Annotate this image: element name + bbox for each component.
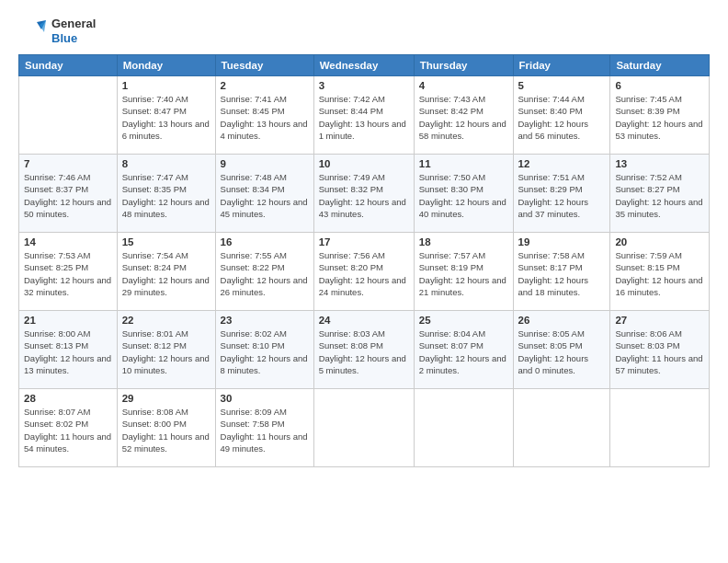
calendar-cell: 12 Sunrise: 7:51 AMSunset: 8:29 PMDaylig…	[513, 155, 610, 233]
day-number: 23	[221, 315, 309, 326]
day-info: Sunrise: 7:53 AMSunset: 8:25 PMDaylight:…	[24, 249, 112, 298]
calendar-cell: 11 Sunrise: 7:50 AMSunset: 8:30 PMDaylig…	[414, 155, 513, 233]
day-info: Sunrise: 7:50 AMSunset: 8:30 PMDaylight:…	[419, 171, 508, 220]
calendar-cell: 3 Sunrise: 7:42 AMSunset: 8:44 PMDayligh…	[313, 76, 414, 155]
calendar-cell: 2 Sunrise: 7:41 AMSunset: 8:45 PMDayligh…	[215, 76, 313, 155]
day-info: Sunrise: 7:59 AMSunset: 8:15 PMDaylight:…	[615, 249, 704, 298]
logo-line1: General	[51, 17, 96, 31]
day-info: Sunrise: 8:04 AMSunset: 8:07 PMDaylight:…	[419, 327, 508, 376]
calendar-cell: 10 Sunrise: 7:49 AMSunset: 8:32 PMDaylig…	[313, 155, 414, 233]
day-info: Sunrise: 7:45 AMSunset: 8:39 PMDaylight:…	[615, 93, 704, 142]
day-info: Sunrise: 8:00 AMSunset: 8:13 PMDaylight:…	[24, 327, 112, 376]
calendar-cell	[313, 389, 414, 467]
calendar-cell: 20 Sunrise: 7:59 AMSunset: 8:15 PMDaylig…	[610, 233, 710, 311]
weekday-header-row: Sunday Monday Tuesday Wednesday Thursday…	[19, 55, 710, 76]
day-info: Sunrise: 7:46 AMSunset: 8:37 PMDaylight:…	[24, 171, 112, 220]
header: General Blue	[18, 17, 710, 45]
calendar-table: Sunday Monday Tuesday Wednesday Thursday…	[18, 54, 710, 467]
day-info: Sunrise: 7:41 AMSunset: 8:45 PMDaylight:…	[221, 93, 309, 142]
day-number: 3	[319, 80, 409, 91]
header-friday: Friday	[513, 55, 610, 76]
day-info: Sunrise: 7:43 AMSunset: 8:42 PMDaylight:…	[419, 93, 508, 142]
day-number: 7	[24, 158, 112, 169]
header-monday: Monday	[117, 55, 215, 76]
day-number: 10	[319, 158, 409, 169]
calendar-cell: 18 Sunrise: 7:57 AMSunset: 8:19 PMDaylig…	[414, 233, 513, 311]
day-info: Sunrise: 7:40 AMSunset: 8:47 PMDaylight:…	[122, 93, 210, 142]
day-number: 19	[518, 236, 606, 247]
day-info: Sunrise: 8:06 AMSunset: 8:03 PMDaylight:…	[615, 327, 704, 376]
day-number: 11	[419, 158, 508, 169]
calendar-cell: 19 Sunrise: 7:58 AMSunset: 8:17 PMDaylig…	[513, 233, 610, 311]
day-number: 22	[122, 315, 210, 326]
calendar-cell: 21 Sunrise: 8:00 AMSunset: 8:13 PMDaylig…	[19, 311, 118, 389]
calendar-week-row: 21 Sunrise: 8:00 AMSunset: 8:13 PMDaylig…	[19, 311, 710, 389]
day-number: 13	[615, 158, 704, 169]
day-number: 8	[122, 158, 210, 169]
day-number: 5	[518, 80, 606, 91]
calendar-page: General Blue Sunday Monday Tuesday Wedne…	[0, 0, 728, 563]
day-info: Sunrise: 7:47 AMSunset: 8:35 PMDaylight:…	[122, 171, 210, 220]
header-saturday: Saturday	[610, 55, 710, 76]
calendar-cell: 6 Sunrise: 7:45 AMSunset: 8:39 PMDayligh…	[610, 76, 710, 155]
calendar-cell	[513, 389, 610, 467]
day-info: Sunrise: 7:48 AMSunset: 8:34 PMDaylight:…	[221, 171, 309, 220]
calendar-cell: 13 Sunrise: 7:52 AMSunset: 8:27 PMDaylig…	[610, 155, 710, 233]
calendar-week-row: 7 Sunrise: 7:46 AMSunset: 8:37 PMDayligh…	[19, 155, 710, 233]
day-number: 16	[221, 236, 309, 247]
calendar-cell: 4 Sunrise: 7:43 AMSunset: 8:42 PMDayligh…	[414, 76, 513, 155]
calendar-week-row: 1 Sunrise: 7:40 AMSunset: 8:47 PMDayligh…	[19, 76, 710, 155]
calendar-cell: 28 Sunrise: 8:07 AMSunset: 8:02 PMDaylig…	[19, 389, 118, 467]
day-info: Sunrise: 8:02 AMSunset: 8:10 PMDaylight:…	[221, 327, 309, 376]
day-info: Sunrise: 7:55 AMSunset: 8:22 PMDaylight:…	[221, 249, 309, 298]
logo-bird-icon	[18, 17, 46, 45]
calendar-cell: 9 Sunrise: 7:48 AMSunset: 8:34 PMDayligh…	[215, 155, 313, 233]
logo: General Blue	[18, 17, 96, 45]
calendar-cell: 24 Sunrise: 8:03 AMSunset: 8:08 PMDaylig…	[313, 311, 414, 389]
calendar-cell	[610, 389, 710, 467]
day-number: 28	[24, 393, 112, 404]
day-info: Sunrise: 8:07 AMSunset: 8:02 PMDaylight:…	[24, 406, 112, 454]
logo-line2: Blue	[51, 31, 96, 46]
header-wednesday: Wednesday	[313, 55, 414, 76]
day-number: 20	[615, 236, 704, 247]
calendar-cell: 16 Sunrise: 7:55 AMSunset: 8:22 PMDaylig…	[215, 233, 313, 311]
day-number: 25	[419, 315, 508, 326]
day-info: Sunrise: 7:44 AMSunset: 8:40 PMDaylight:…	[518, 93, 606, 142]
day-number: 2	[221, 80, 309, 91]
day-info: Sunrise: 7:49 AMSunset: 8:32 PMDaylight:…	[319, 171, 409, 220]
day-info: Sunrise: 7:52 AMSunset: 8:27 PMDaylight:…	[615, 171, 704, 220]
calendar-cell: 15 Sunrise: 7:54 AMSunset: 8:24 PMDaylig…	[117, 233, 215, 311]
day-number: 17	[319, 236, 409, 247]
calendar-cell: 17 Sunrise: 7:56 AMSunset: 8:20 PMDaylig…	[313, 233, 414, 311]
day-info: Sunrise: 7:51 AMSunset: 8:29 PMDaylight:…	[518, 171, 606, 220]
header-sunday: Sunday	[19, 55, 118, 76]
day-info: Sunrise: 8:03 AMSunset: 8:08 PMDaylight:…	[319, 327, 409, 376]
calendar-cell: 29 Sunrise: 8:08 AMSunset: 8:00 PMDaylig…	[117, 389, 215, 467]
header-tuesday: Tuesday	[215, 55, 313, 76]
day-number: 15	[122, 236, 210, 247]
day-info: Sunrise: 8:09 AMSunset: 7:58 PMDaylight:…	[221, 406, 309, 454]
calendar-cell: 23 Sunrise: 8:02 AMSunset: 8:10 PMDaylig…	[215, 311, 313, 389]
day-info: Sunrise: 8:05 AMSunset: 8:05 PMDaylight:…	[518, 327, 606, 376]
day-number: 6	[615, 80, 704, 91]
day-number: 1	[122, 80, 210, 91]
calendar-cell: 7 Sunrise: 7:46 AMSunset: 8:37 PMDayligh…	[19, 155, 118, 233]
logo-container: General Blue	[18, 17, 96, 45]
calendar-cell: 5 Sunrise: 7:44 AMSunset: 8:40 PMDayligh…	[513, 76, 610, 155]
calendar-cell	[19, 76, 118, 155]
calendar-cell: 14 Sunrise: 7:53 AMSunset: 8:25 PMDaylig…	[19, 233, 118, 311]
day-number: 9	[221, 158, 309, 169]
day-number: 27	[615, 315, 704, 326]
calendar-week-row: 14 Sunrise: 7:53 AMSunset: 8:25 PMDaylig…	[19, 233, 710, 311]
day-number: 4	[419, 80, 508, 91]
calendar-cell: 1 Sunrise: 7:40 AMSunset: 8:47 PMDayligh…	[117, 76, 215, 155]
calendar-cell: 27 Sunrise: 8:06 AMSunset: 8:03 PMDaylig…	[610, 311, 710, 389]
calendar-cell: 22 Sunrise: 8:01 AMSunset: 8:12 PMDaylig…	[117, 311, 215, 389]
day-number: 24	[319, 315, 409, 326]
calendar-cell: 25 Sunrise: 8:04 AMSunset: 8:07 PMDaylig…	[414, 311, 513, 389]
calendar-week-row: 28 Sunrise: 8:07 AMSunset: 8:02 PMDaylig…	[19, 389, 710, 467]
day-number: 12	[518, 158, 606, 169]
calendar-cell: 26 Sunrise: 8:05 AMSunset: 8:05 PMDaylig…	[513, 311, 610, 389]
day-number: 26	[518, 315, 606, 326]
